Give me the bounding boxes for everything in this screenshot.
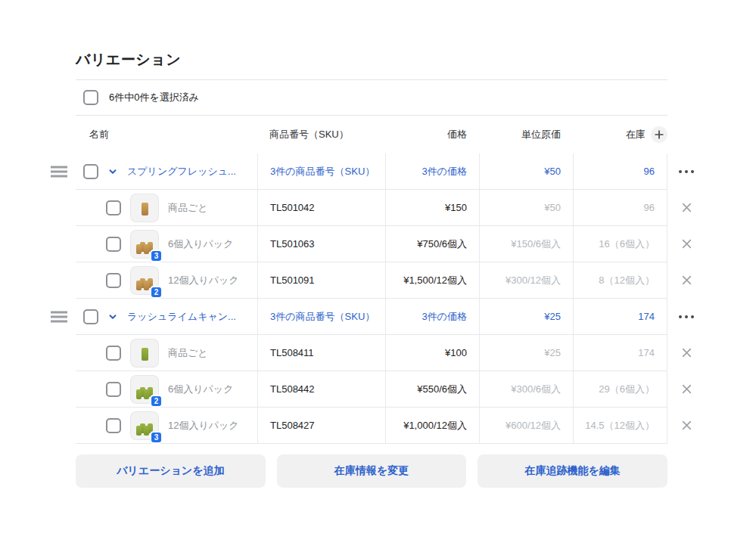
variant-cost: ¥600/12個入 bbox=[479, 408, 573, 443]
group-name-link[interactable]: ラッシュライムキャン... bbox=[127, 310, 236, 324]
footer-actions: バリエーションを追加 在庫情報を変更 在庫追跡機能を編集 bbox=[76, 454, 667, 488]
product-thumbnail bbox=[130, 194, 159, 222]
group-stock-cell: 96 bbox=[573, 153, 667, 189]
edit-inventory-tracking-button[interactable]: 在庫追跡機能を編集 bbox=[478, 454, 667, 488]
variant-checkbox[interactable] bbox=[106, 237, 121, 252]
header-stock: 在庫 bbox=[573, 126, 667, 143]
group-cost-value: ¥50 bbox=[544, 166, 561, 177]
selection-bar: 6件中0件を選択済み bbox=[76, 79, 667, 116]
remove-variant-button[interactable] bbox=[677, 344, 695, 362]
variant-stock: 16（6個入） bbox=[573, 226, 667, 262]
variant-name: 6個入りパック bbox=[168, 383, 233, 396]
group-sku-summary-link[interactable]: 3件の商品番号（SKU） bbox=[270, 165, 375, 178]
variant-name: 12個入りパック bbox=[168, 274, 239, 287]
page-title: バリエーション bbox=[76, 50, 667, 70]
group-price-cell: 3件の価格 bbox=[385, 299, 479, 334]
group-sku-cell: 3件の商品番号（SKU） bbox=[257, 299, 385, 334]
variant-row: 商品ごと TL501042 ¥150 ¥50 96 bbox=[76, 190, 667, 226]
remove-variant-button[interactable] bbox=[677, 271, 695, 290]
variant-name-cell: 3 12個入りパック bbox=[76, 408, 257, 443]
group-checkbox[interactable] bbox=[83, 309, 98, 324]
variant-checkbox[interactable] bbox=[106, 200, 121, 215]
drag-handle-icon[interactable] bbox=[51, 308, 67, 325]
variant-name-cell: 商品ごと bbox=[76, 190, 257, 225]
variant-price: ¥1,000/12個入 bbox=[385, 408, 479, 443]
variant-sku: TL501063 bbox=[257, 226, 385, 262]
chevron-down-icon[interactable] bbox=[108, 312, 117, 321]
variant-name: 商品ごと bbox=[168, 346, 208, 360]
variant-name: 6個入りパック bbox=[168, 237, 233, 251]
pack-count-badge: 2 bbox=[150, 395, 163, 408]
product-thumbnail: 2 bbox=[130, 375, 159, 404]
variant-checkbox[interactable] bbox=[106, 382, 121, 397]
more-actions-button[interactable] bbox=[677, 163, 695, 181]
variant-stock: 96 bbox=[573, 190, 667, 225]
variant-cost: ¥150/6個入 bbox=[479, 226, 573, 262]
variant-cost: ¥300/12個入 bbox=[479, 262, 573, 298]
variant-sku: TL508427 bbox=[257, 408, 385, 443]
x-icon bbox=[681, 202, 692, 213]
variant-sku: TL508442 bbox=[257, 371, 385, 407]
variant-stock: 29（6個入） bbox=[573, 371, 667, 407]
variant-sku: TL501091 bbox=[257, 262, 385, 298]
variant-name: 商品ごと bbox=[168, 201, 208, 215]
header-sku: 商品番号（SKU） bbox=[257, 128, 385, 141]
table-header-row: 名前 商品番号（SKU） 価格 単位原価 在庫 bbox=[76, 116, 667, 153]
variant-sku: TL501042 bbox=[257, 190, 385, 225]
selection-count-label: 6件中0件を選択済み bbox=[109, 91, 199, 104]
x-icon bbox=[681, 274, 692, 286]
group-cost-cell: ¥25 bbox=[479, 299, 573, 334]
variant-name: 12個入りパック bbox=[168, 419, 239, 433]
variant-group-row: ラッシュライムキャン... 3件の商品番号（SKU） 3件の価格 ¥25 174 bbox=[76, 299, 667, 335]
add-variation-button[interactable]: バリエーションを追加 bbox=[76, 454, 266, 488]
select-all-checkbox[interactable] bbox=[83, 90, 98, 105]
group-checkbox[interactable] bbox=[83, 164, 98, 179]
variant-group-row: スプリングフレッシュ... 3件の商品番号（SKU） 3件の価格 ¥50 96 bbox=[76, 153, 667, 190]
variations-card: バリエーション 6件中0件を選択済み 名前 商品番号（SKU） 価格 単位原価 … bbox=[76, 50, 667, 488]
variant-stock: 14.5（12個入） bbox=[573, 408, 667, 443]
remove-variant-button[interactable] bbox=[677, 380, 695, 398]
variant-checkbox[interactable] bbox=[106, 418, 121, 433]
product-thumbnail bbox=[130, 339, 159, 367]
remove-variant-button[interactable] bbox=[677, 235, 695, 253]
variant-name-cell: 2 6個入りパック bbox=[76, 371, 257, 407]
product-thumbnail: 2 bbox=[130, 266, 159, 295]
header-name: 名前 bbox=[76, 128, 257, 141]
more-actions-button[interactable] bbox=[677, 308, 695, 326]
chevron-down-icon[interactable] bbox=[108, 167, 117, 176]
pack-count-badge: 3 bbox=[150, 431, 163, 444]
variant-name-cell: 2 12個入りパック bbox=[76, 262, 257, 298]
pack-count-badge: 2 bbox=[150, 286, 163, 299]
pack-count-badge: 3 bbox=[150, 250, 163, 262]
group-sku-summary-link[interactable]: 3件の商品番号（SKU） bbox=[270, 310, 375, 324]
variant-cost: ¥300/6個入 bbox=[479, 371, 573, 407]
x-icon bbox=[681, 420, 692, 431]
variant-stock: 8（12個入） bbox=[573, 262, 667, 298]
group-name-link[interactable]: スプリングフレッシュ... bbox=[127, 165, 236, 178]
variant-row: 2 6個入りパック TL508442 ¥550/6個入 ¥300/6個入 29（… bbox=[76, 371, 667, 408]
group-price-summary-link[interactable]: 3件の価格 bbox=[422, 310, 467, 324]
variant-price: ¥750/6個入 bbox=[385, 226, 479, 262]
header-stock-label: 在庫 bbox=[626, 128, 646, 141]
group-price-cell: 3件の価格 bbox=[385, 153, 479, 189]
add-column-button[interactable] bbox=[651, 126, 667, 143]
variant-stock: 174 bbox=[573, 335, 667, 371]
variant-row: 3 12個入りパック TL508427 ¥1,000/12個入 ¥600/12個… bbox=[76, 408, 667, 444]
variant-price: ¥1,500/12個入 bbox=[385, 262, 479, 298]
group-cost-value: ¥25 bbox=[544, 311, 561, 322]
variant-checkbox[interactable] bbox=[106, 346, 121, 361]
variant-cost: ¥25 bbox=[479, 335, 573, 371]
variant-price: ¥150 bbox=[385, 190, 479, 225]
variant-price: ¥550/6個入 bbox=[385, 371, 479, 407]
x-icon bbox=[681, 383, 692, 395]
variant-row: 商品ごと TL508411 ¥100 ¥25 174 bbox=[76, 335, 667, 371]
x-icon bbox=[681, 347, 692, 358]
variant-checkbox[interactable] bbox=[106, 273, 121, 288]
group-price-summary-link[interactable]: 3件の価格 bbox=[422, 165, 467, 178]
product-thumbnail: 3 bbox=[130, 411, 159, 440]
variant-price: ¥100 bbox=[385, 335, 479, 371]
remove-variant-button[interactable] bbox=[677, 199, 695, 217]
drag-handle-icon[interactable] bbox=[51, 163, 67, 180]
change-inventory-button[interactable]: 在庫情報を変更 bbox=[277, 454, 467, 488]
remove-variant-button[interactable] bbox=[677, 417, 695, 435]
